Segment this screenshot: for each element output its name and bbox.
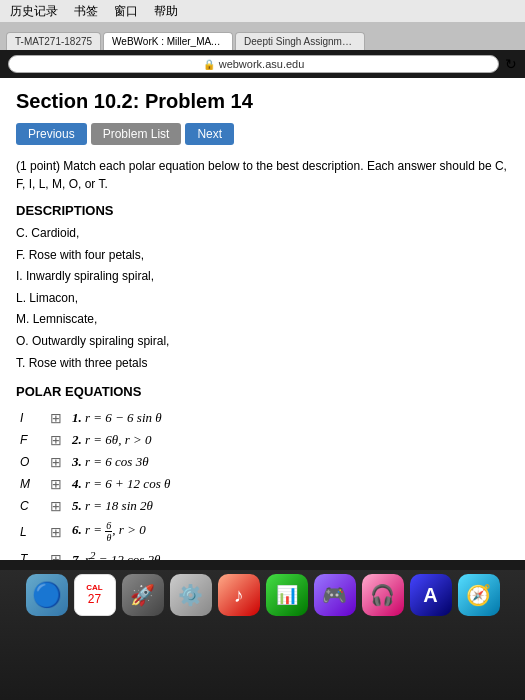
desc-i: I. Inwardly spiraling spiral, <box>16 266 509 288</box>
eq-4: 4. r = 6 + 12 cos θ <box>68 473 509 495</box>
grid-icon-6: ⊞ <box>44 517 68 546</box>
equations-table: I ⊞ 1. r = 6 − 6 sin θ F ⊞ 2. r = 6θ, r … <box>16 407 509 560</box>
grid-icon-1: ⊞ <box>44 407 68 429</box>
previous-button[interactable]: Previous <box>16 123 87 145</box>
desc-t: T. Rose with three petals <box>16 353 509 375</box>
mac-menubar: 历史记录 书签 窗口 帮助 <box>0 0 525 22</box>
dock-calendar[interactable]: CAL 27 <box>74 574 116 616</box>
table-row: L ⊞ 6. r = 6θ, r > 0 <box>16 517 509 546</box>
fraction-6: 6θ <box>105 520 112 543</box>
table-row: M ⊞ 4. r = 6 + 12 cos θ <box>16 473 509 495</box>
polar-header: POLAR EQUATIONS <box>16 384 509 399</box>
eq-letter-5: C <box>16 495 44 517</box>
polar-equations: I ⊞ 1. r = 6 − 6 sin θ F ⊞ 2. r = 6θ, r … <box>16 407 509 560</box>
table-row: F ⊞ 2. r = 6θ, r > 0 <box>16 429 509 451</box>
dock-finder[interactable]: 🔵 <box>26 574 68 616</box>
desc-c: C. Cardioid, <box>16 223 509 245</box>
table-row: C ⊞ 5. r = 18 sin 2θ <box>16 495 509 517</box>
page-title: Section 10.2: Problem 14 <box>16 90 509 113</box>
dock-launchpad[interactable]: 🚀 <box>122 574 164 616</box>
eq-letter-1: I <box>16 407 44 429</box>
address-bar[interactable]: 🔒 webwork.asu.edu <box>8 55 499 73</box>
menu-window[interactable]: 窗口 <box>114 3 138 20</box>
menu-history[interactable]: 历史记录 <box>10 3 58 20</box>
calendar-day: 27 <box>88 592 101 606</box>
dock-music[interactable]: ♪ <box>218 574 260 616</box>
tab-webwork[interactable]: WeBWorK : Miller_MAT_271_Spring_2017 : S… <box>103 32 233 50</box>
browser-toolbar: 🔒 webwork.asu.edu ↻ <box>0 50 525 78</box>
descriptions-list: C. Cardioid, F. Rose with four petals, I… <box>16 223 509 374</box>
taskbar: 🔵 CAL 27 🚀 ⚙️ ♪ 📊 🎮 🎧 A 🧭 <box>0 570 525 700</box>
grid-icon-2: ⊞ <box>44 429 68 451</box>
menu-bookmarks[interactable]: 书签 <box>74 3 98 20</box>
lock-icon: 🔒 <box>203 59 215 70</box>
table-row: O ⊞ 3. r = 6 cos 3θ <box>16 451 509 473</box>
eq-letter-7: T <box>16 546 44 560</box>
desc-l: L. Limacon, <box>16 288 509 310</box>
table-row: T ⊞ 7. r2 = 12 cos 2θ <box>16 546 509 560</box>
dock-purple-app[interactable]: 🎮 <box>314 574 356 616</box>
dock-system[interactable]: ⚙️ <box>170 574 212 616</box>
desc-f: F. Rose with four petals, <box>16 245 509 267</box>
table-row: I ⊞ 1. r = 6 − 6 sin θ <box>16 407 509 429</box>
eq-letter-4: M <box>16 473 44 495</box>
next-button[interactable]: Next <box>185 123 234 145</box>
url-text: webwork.asu.edu <box>219 58 305 70</box>
descriptions-header: DESCRIPTIONS <box>16 203 509 218</box>
eq-5: 5. r = 18 sin 2θ <box>68 495 509 517</box>
nav-buttons: Previous Problem List Next <box>16 123 509 145</box>
refresh-icon[interactable]: ↻ <box>505 56 517 72</box>
desc-m: M. Lemniscate, <box>16 309 509 331</box>
eq-2: 2. r = 6θ, r > 0 <box>68 429 509 451</box>
page-content: Section 10.2: Problem 14 Previous Proble… <box>0 78 525 560</box>
grid-icon-4: ⊞ <box>44 473 68 495</box>
grid-icon-5: ⊞ <box>44 495 68 517</box>
menu-help[interactable]: 帮助 <box>154 3 178 20</box>
grid-icon-7: ⊞ <box>44 546 68 560</box>
problem-list-button[interactable]: Problem List <box>91 123 182 145</box>
eq-letter-2: F <box>16 429 44 451</box>
eq-letter-6: L <box>16 517 44 546</box>
tab-assignment[interactable]: Deepti Singh Assignment HW10 due 12/01/2… <box>235 32 365 50</box>
dock-safari[interactable]: 🧭 <box>458 574 500 616</box>
eq-letter-3: O <box>16 451 44 473</box>
dock-headphones[interactable]: 🎧 <box>362 574 404 616</box>
problem-text: (1 point) Match each polar equation belo… <box>16 157 509 193</box>
browser-tabs: T-MAT271-18275 WeBWorK : Miller_MAT_271_… <box>0 22 525 50</box>
eq-1: 1. r = 6 − 6 sin θ <box>68 407 509 429</box>
eq-3: 3. r = 6 cos 3θ <box>68 451 509 473</box>
desc-o: O. Outwardly spiraling spiral, <box>16 331 509 353</box>
grid-icon-3: ⊞ <box>44 451 68 473</box>
eq-7: 7. r2 = 12 cos 2θ <box>68 546 509 560</box>
dock: 🔵 CAL 27 🚀 ⚙️ ♪ 📊 🎮 🎧 A 🧭 <box>0 570 525 626</box>
dock-blue-a[interactable]: A <box>410 574 452 616</box>
dock-charts[interactable]: 📊 <box>266 574 308 616</box>
eq-6: 6. r = 6θ, r > 0 <box>68 517 509 546</box>
tab-tmat[interactable]: T-MAT271-18275 <box>6 32 101 50</box>
